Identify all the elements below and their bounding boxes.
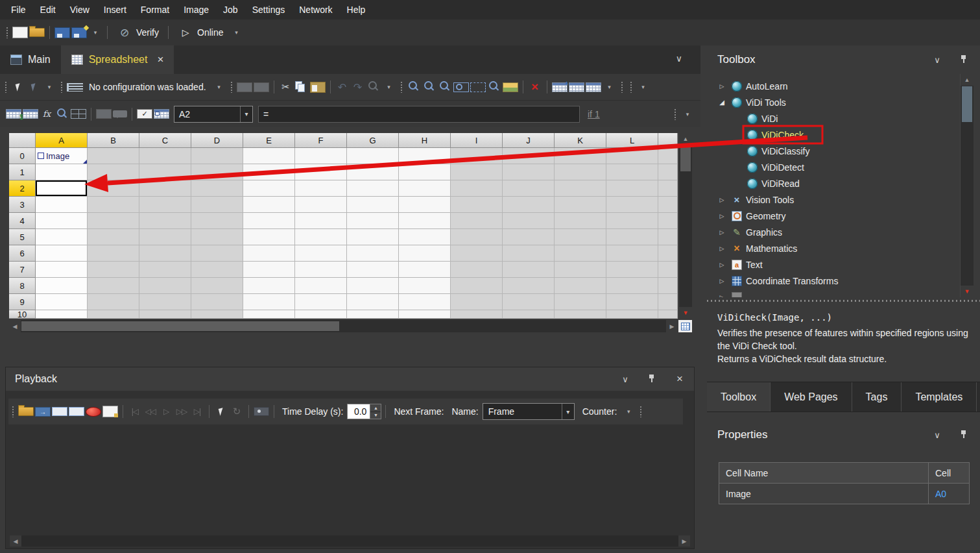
vertical-scroll-thumb[interactable] [680,145,691,171]
pin-icon[interactable] [959,55,970,65]
column-header-F[interactable]: F [295,133,347,148]
cell-I7[interactable] [451,262,503,278]
cell-J7[interactable] [503,262,555,278]
tab-templates[interactable]: Templates [902,382,977,412]
cell-G7[interactable] [347,262,399,278]
fit-icon[interactable] [470,82,486,92]
column-header-C[interactable]: C [139,133,191,148]
horizontal-scroll-thumb[interactable] [21,321,339,331]
cell-K9[interactable] [555,294,606,310]
export-icon[interactable] [35,407,51,417]
cell-A7[interactable] [36,262,88,278]
cell-D8[interactable] [191,278,243,294]
overflow-icon[interactable] [636,79,651,95]
menu-settings[interactable]: Settings [245,0,293,19]
cell-C6[interactable] [139,245,191,262]
expand-arrow-icon[interactable]: ▷ [716,229,728,236]
scroll-left-icon[interactable]: ◀ [10,535,21,547]
overflow-icon[interactable] [212,79,226,95]
grid-vertical-scrollbar[interactable]: ▲ ▼ [678,133,692,319]
loop-icon[interactable] [230,403,244,420]
cell-E0[interactable] [243,148,295,164]
row-header-8[interactable]: 8 [9,278,36,294]
tree-item-vidiread[interactable]: ViDiRead [707,175,980,191]
cell-A9[interactable] [36,294,88,310]
crosshair-icon[interactable] [71,109,86,119]
scroll-up-icon[interactable]: ▲ [961,74,974,86]
cell-K8[interactable] [555,278,606,294]
cell-E5[interactable] [243,229,295,245]
tree-item-vidi-tools[interactable]: ◢ViDi Tools [707,94,980,110]
tree-item-vidi[interactable]: ViDi [707,110,980,127]
open-folder-icon[interactable] [29,28,45,37]
cell-K4[interactable] [555,213,606,229]
cell-K10[interactable] [555,310,606,319]
tostart-icon[interactable] [128,403,142,420]
online-button[interactable]: Online [173,23,228,42]
menu-job[interactable]: Job [216,0,245,19]
scroll-right-icon[interactable]: ▶ [666,320,678,332]
cell-B0[interactable] [88,148,139,164]
tree-item-text[interactable]: ▷Text [707,256,980,273]
save-edit-icon[interactable] [71,27,87,38]
overflow-icon[interactable] [680,106,695,123]
table-icon[interactable] [586,82,601,92]
cursor-icon[interactable] [11,79,25,95]
cell-J1[interactable] [503,164,555,180]
redo-icon[interactable] [351,79,365,95]
cell-L8[interactable] [606,278,658,294]
formula-input[interactable]: = [258,106,580,123]
tab-main[interactable]: Main [0,45,61,74]
cell-K5[interactable] [555,229,606,245]
column-header-partial[interactable] [658,133,678,148]
cell-J10[interactable] [503,310,555,319]
column-header-E[interactable]: E [243,133,295,148]
cell-G2[interactable] [347,180,399,197]
cell-F1[interactable] [295,164,347,180]
cell-D7[interactable] [191,262,243,278]
cut-icon[interactable] [279,79,293,95]
image-icon[interactable] [503,82,518,92]
cell-F3[interactable] [295,197,347,213]
cell-C5[interactable] [139,229,191,245]
framegrab-icon[interactable] [52,407,67,416]
newfile-y-icon[interactable] [102,406,118,417]
cell-M9[interactable] [658,294,678,310]
fx-icon[interactable] [40,106,54,123]
cell-D1[interactable] [191,164,243,180]
cell-H9[interactable] [399,294,451,310]
cell-B5[interactable] [88,229,139,245]
cell-D4[interactable] [191,213,243,229]
expand-arrow-icon[interactable]: ▷ [716,262,728,268]
cell-J2[interactable] [503,180,555,197]
vertical-scroll-thumb[interactable] [962,86,972,122]
cell-H6[interactable] [399,245,451,262]
chevron-down-icon[interactable] [620,374,630,384]
cell-I3[interactable] [451,197,503,213]
menu-image[interactable]: Image [176,0,216,19]
folder-open-icon[interactable] [18,407,34,416]
column-header-G[interactable]: G [347,133,399,148]
menu-edit[interactable]: Edit [33,0,63,19]
row-header-5[interactable]: 5 [9,229,36,245]
stepper-down-icon[interactable]: ▼ [370,412,381,419]
dollar-icon[interactable] [6,109,21,119]
cell-B10[interactable] [88,310,139,319]
cell-B6[interactable] [88,245,139,262]
cell-D10[interactable] [191,310,243,319]
zoomrect-icon[interactable] [453,82,469,92]
tbl-icon[interactable] [23,109,38,119]
cell-I4[interactable] [451,213,503,229]
cell-M0[interactable] [658,148,678,164]
cell-E4[interactable] [243,213,295,229]
row-header-7[interactable]: 7 [9,262,36,278]
expand-arrow-icon[interactable]: ▷ [716,197,728,203]
scroll-left-icon[interactable]: ◀ [9,320,21,332]
cell-F5[interactable] [295,229,347,245]
cell-F6[interactable] [295,245,347,262]
row-header-9[interactable]: 9 [9,294,36,310]
time-delay-input[interactable]: 0.0 [347,404,370,419]
tab-web-pages[interactable]: Web Pages [771,382,852,412]
cell-F9[interactable] [295,294,347,310]
cell-I0[interactable] [451,148,503,164]
